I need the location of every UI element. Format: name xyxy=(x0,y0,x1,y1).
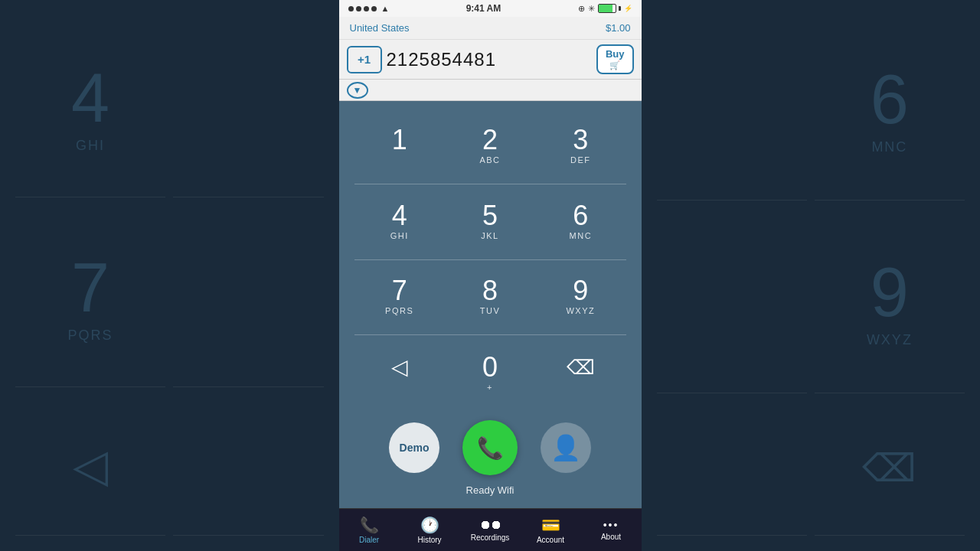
bg-digit-left-x xyxy=(173,395,323,536)
bg-digit-right-9 xyxy=(173,205,323,387)
chevron-down-button[interactable]: ▼ xyxy=(347,82,368,99)
bg-digit-right-6 xyxy=(173,15,323,197)
status-right: ⊕ ✳ ⚡ xyxy=(578,4,632,14)
signal-dot-4 xyxy=(371,6,377,11)
country-name: United States xyxy=(350,22,410,34)
battery xyxy=(598,4,621,13)
contacts-button[interactable]: 👤 xyxy=(541,422,591,473)
key-8[interactable]: 8 TUV xyxy=(445,260,535,336)
key-9[interactable]: 9 WXYZ xyxy=(535,260,626,336)
cart-icon: 🛒 xyxy=(609,60,620,70)
signal-dot-3 xyxy=(364,6,369,11)
chevron-row: ▼ xyxy=(339,80,642,101)
country-code-button[interactable]: +1 xyxy=(347,46,382,73)
tab-about[interactable]: ••• About xyxy=(581,509,642,551)
recordings-tab-icon: ⏺⏺ xyxy=(479,518,501,532)
ready-status: Ready Wifi xyxy=(354,481,626,500)
signal-dot-1 xyxy=(348,6,354,11)
bluetooth2-icon: ✳ xyxy=(588,4,595,14)
phone-frame: ▲ 9:41 AM ⊕ ✳ ⚡ United States $1.00 +1 2… xyxy=(339,0,642,551)
bg-right: 6 MNC 9 WXYZ ⌫ xyxy=(642,0,981,551)
tab-account[interactable]: 💳 Account xyxy=(521,509,581,551)
bg-digit-right-7 xyxy=(657,208,807,393)
person-icon: 👤 xyxy=(550,433,581,462)
tab-bar: 📞 Dialer 🕐 History ⏺⏺ Recordings 💳 Accou… xyxy=(339,508,642,551)
about-tab-label: About xyxy=(601,533,621,541)
key-2[interactable]: 2 ABC xyxy=(445,109,535,184)
action-row: Demo 📞 👤 xyxy=(354,414,626,478)
wifi-icon: ▲ xyxy=(381,4,390,13)
bluetooth-icon: ⊕ xyxy=(578,4,585,14)
status-time: 9:41 AM xyxy=(466,3,501,14)
buy-label: Buy xyxy=(606,49,625,60)
key-3[interactable]: 3 DEF xyxy=(535,109,626,184)
battery-fill xyxy=(599,5,613,12)
balance-display: $1.00 xyxy=(606,22,631,34)
signal-area: ▲ xyxy=(348,4,390,13)
key-7[interactable]: 7 PQRS xyxy=(354,260,445,336)
dialer-input-row: +1 2125854481 Buy 🛒 xyxy=(339,40,642,80)
dialer-tab-icon: 📞 xyxy=(360,516,379,534)
key-5[interactable]: 5 JKL xyxy=(445,184,535,260)
account-tab-icon: 💳 xyxy=(541,516,560,534)
bg-left: 4 GHI 7 PQRS ◁ xyxy=(0,0,339,551)
battery-tip xyxy=(619,6,621,11)
bg-digit-4: 4 GHI xyxy=(15,15,165,197)
keypad-area: 1 2 ABC 3 DEF 4 GHI 5 JKL 6 MNC xyxy=(339,101,642,508)
account-tab-label: Account xyxy=(537,536,564,544)
charging-icon: ⚡ xyxy=(624,5,632,12)
tab-dialer[interactable]: 📞 Dialer xyxy=(339,509,400,551)
key-6[interactable]: 6 MNC xyxy=(535,184,626,260)
bg-digit-6: 6 MNC xyxy=(815,15,965,201)
country-bar: United States $1.00 xyxy=(339,17,642,40)
bg-digit-left-arrow: ◁ xyxy=(15,395,165,536)
history-tab-icon: 🕐 xyxy=(420,516,439,534)
key-1[interactable]: 1 xyxy=(354,109,445,184)
history-tab-label: History xyxy=(417,536,441,544)
buy-button[interactable]: Buy 🛒 xyxy=(596,44,634,73)
dialer-tab-label: Dialer xyxy=(359,536,379,544)
bg-digit-right-arrow2 xyxy=(657,401,807,536)
key-delete[interactable]: ⌫ xyxy=(535,335,626,411)
phone-call-icon: 📞 xyxy=(477,435,504,461)
bg-digit-backspace: ⌫ xyxy=(815,401,965,536)
about-tab-icon: ••• xyxy=(603,519,619,531)
battery-bar xyxy=(598,4,616,13)
tab-recordings[interactable]: ⏺⏺ Recordings xyxy=(460,509,521,551)
key-4[interactable]: 4 GHI xyxy=(354,184,445,260)
demo-button[interactable]: Demo xyxy=(389,422,439,473)
status-bar: ▲ 9:41 AM ⊕ ✳ ⚡ xyxy=(339,0,642,17)
keypad-grid: 1 2 ABC 3 DEF 4 GHI 5 JKL 6 MNC xyxy=(354,109,626,411)
bg-digit-right-4 xyxy=(657,15,807,201)
recordings-tab-label: Recordings xyxy=(471,533,510,542)
tab-history[interactable]: 🕐 History xyxy=(400,509,460,551)
bg-digit-9: 9 WXYZ xyxy=(815,208,965,393)
key-back[interactable]: ◁ xyxy=(354,335,445,411)
key-0[interactable]: 0 + xyxy=(445,335,535,411)
bg-digit-7: 7 PQRS xyxy=(15,205,165,387)
call-button[interactable]: 📞 xyxy=(462,420,518,475)
chevron-down-icon: ▼ xyxy=(353,85,362,96)
signal-dot-2 xyxy=(356,6,361,11)
phone-number-display: 2125854481 xyxy=(387,49,592,70)
